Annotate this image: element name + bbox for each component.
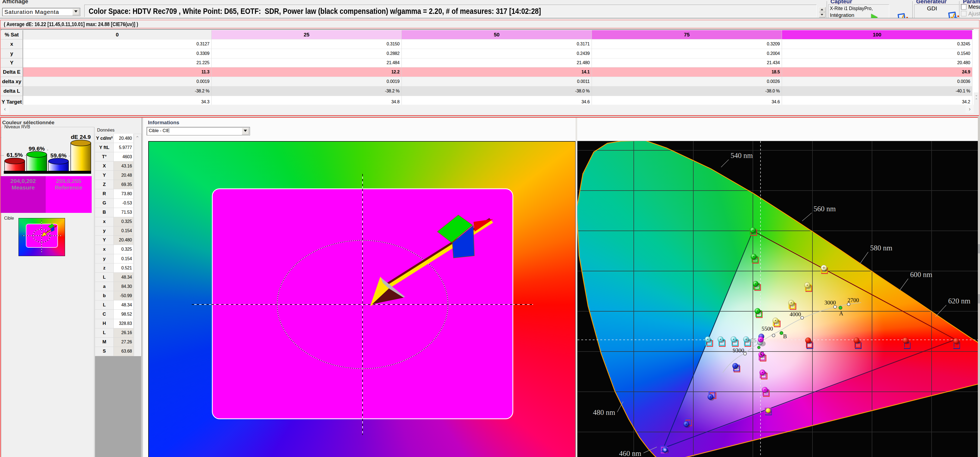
svg-text:9300: 9300 (733, 347, 744, 354)
svg-text:560 nm: 560 nm (813, 205, 836, 213)
svg-text:4000: 4000 (790, 311, 801, 317)
svg-text:480 nm: 480 nm (593, 408, 615, 416)
svg-text:A: A (839, 310, 843, 317)
svg-text:59.6%: 59.6% (50, 152, 67, 159)
svg-text:C: C (760, 351, 764, 357)
svg-text:600 nm: 600 nm (910, 270, 932, 279)
svg-text:620 nm: 620 nm (948, 297, 970, 305)
svg-text:99.6%: 99.6% (29, 146, 45, 152)
svg-text:540 nm: 540 nm (730, 151, 753, 160)
svg-text:460 nm: 460 nm (619, 449, 641, 457)
svg-text:2700: 2700 (848, 297, 859, 303)
svg-text:3000: 3000 (824, 299, 836, 306)
svg-text:D65: D65 (746, 337, 757, 343)
svg-text:580 nm: 580 nm (870, 244, 892, 252)
svg-text:dE 24.9: dE 24.9 (71, 134, 91, 140)
svg-text:B: B (783, 333, 787, 340)
svg-text:5500: 5500 (762, 325, 773, 332)
svg-text:61.5%: 61.5% (6, 152, 23, 158)
